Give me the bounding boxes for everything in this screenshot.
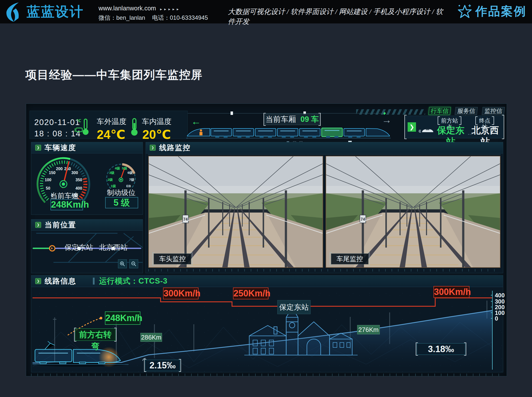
gradient-chip-215: 2.15‰ [145,360,180,371]
km-marker-286: 286Km [140,333,162,342]
phone: 电话：010-63334945 [152,14,208,21]
website: www.lanlanwork.com [99,5,156,12]
terminal-label: 终点站 [477,117,493,124]
monitor-panel: ❯ 线路监控 [146,142,503,273]
map-station-1: 保定东站 [60,243,97,252]
lanlan-logo-icon [4,1,24,22]
logo: 蓝蓝设计 [4,1,84,22]
gradient-chip-318: 3.18‰ [417,343,465,355]
position-panel-title: 当前位置 [45,220,76,230]
current-car-box: 当前车厢 09 车 [265,114,320,125]
dashboard-topbar: 2020-11-01 18 : 08 : 14 ℃ 车外温度 24℃ 车内温度 … [26,104,507,140]
wechat: 微信：ben_lanlan [99,14,145,21]
inside-temp-value: 20℃ [142,127,171,142]
speed-panel-header: ❯ 车辆速度 [31,142,143,153]
highlighted-car-09[interactable] [322,128,342,137]
dashboard-footer-ruler [31,374,503,376]
next-station-value: 保定东站 [433,125,468,136]
brake-tick: 2级 [108,178,113,181]
gauge-tick: 150 [49,170,55,175]
panel-chevron-icon: ❯ [150,145,156,151]
line-panel-title: 线路信息 [45,276,93,286]
datetime: 2020-11-01 18 : 08 : 14 [34,117,81,139]
page: 蓝蓝设计 www.lanlanwork.com►►►►► 微信：ben_lanl… [0,0,532,397]
panel-chevron-icon: ❯ [35,278,41,284]
dotted-divider [148,154,500,155]
tab-driving-info[interactable]: 行车信息 [428,107,451,115]
line-info-panel: ❯ 线路信息 运行模式：CTCS-3 [31,275,503,372]
monitor-ruler [148,269,500,271]
speed-panel: ❯ 车辆速度 0 50 100 [31,142,143,215]
gauge-tick: 200 [56,166,63,171]
brake-tick: EB [126,184,131,188]
speed-panel-title: 车辆速度 [45,143,76,153]
brake-value: 5 级 [105,197,138,208]
position-panel: ❯ 当前位置 保定东站 北京西站 [31,219,143,273]
tab-service-info[interactable]: 服务信息 [455,107,478,115]
services-list: 大数据可视化设计 / 软件界面设计 / 网站建设 / 手机及小程序设计 / 软件… [228,7,445,27]
divider [93,278,95,285]
turn-warning: 前方右转弯 [75,328,116,341]
outside-temp-label: 车外温度 [97,117,126,127]
train-illustration [33,341,129,367]
outside-temp-value: 24℃ [97,127,125,142]
brake-tick: 3级 [109,171,115,175]
camera-rear-view[interactable]: 车尾监控 [326,156,500,268]
arrow-decoration: ►►►►► [159,7,180,11]
terminal-value: 北京西站 [468,125,503,136]
map-zoom-out-button[interactable] [129,259,138,268]
svg-text:℃: ℃ [76,119,81,123]
gauge-tick: 400 [76,186,82,190]
monitor-panel-title: 线路监控 [159,143,191,153]
front-camera-scene [149,156,323,267]
brake-tick: 4级 [115,166,120,170]
next-station-label: 前方站点 [439,117,460,124]
page-title: 项目经验——中车集团列车监控屏 [25,67,203,83]
current-car-value: 09 车 [300,114,319,125]
date: 2020-11-01 [34,117,81,128]
monitor-panel-header: ❯ 线路监控 [146,142,503,153]
map-zoom-in-button[interactable] [118,259,127,268]
map-station-2: 北京西站 [95,243,132,252]
panel-chevron-icon: ❯ [35,145,41,151]
speed-limit-label-3: 300Km/h [433,286,469,298]
next-car-arrow[interactable]: → [382,116,392,124]
zoom-in-icon [120,261,125,267]
train-diagram[interactable] [186,125,391,140]
star-icon [457,3,472,19]
operation-mode: 运行模式：CTCS-3 [99,276,167,286]
brake-gauge: 1级 2级 3级 4级 5级 6级 7级 EB [102,160,140,192]
rear-camera-scene [326,156,500,267]
prev-car-arrow[interactable]: ← [191,118,201,125]
gauge-tick: 350 [76,178,82,182]
gauge-tick: 100 [45,178,51,182]
attendant-icon [200,129,202,136]
station-expand-button[interactable]: ❯ [408,122,416,132]
hsr-train-icon [418,128,434,134]
header-contact: www.lanlanwork.com►►►►► 微信：ben_lanlan电话：… [99,4,208,22]
speed-limit-label-1: 300Km/h [163,288,199,299]
brake-label: 制动级位 [103,188,140,198]
camera-front-label: 车头监控 [154,253,191,264]
outside-temp-icon: ℃ [74,118,92,137]
portfolio-label: 作品案例 [475,3,527,19]
current-speed-value: 248Km/h [50,199,83,210]
brake-tick: 7级 [129,178,134,181]
km-marker-276: 276Km [357,325,380,334]
panel-chevron-icon: ❯ [35,222,41,228]
camera-front-view[interactable]: 车头监控 [148,156,323,268]
line-panel-header: ❯ 线路信息 运行模式：CTCS-3 [31,275,503,287]
time: 18 : 08 : 14 [34,128,81,139]
portfolio-link[interactable]: 作品案例 [457,3,527,19]
inside-temp-label: 车内温度 [142,117,171,127]
brake-tick: 1级 [111,184,116,188]
current-car-label: 当前车厢 [266,114,296,125]
tab-monitor-info[interactable]: 监控信息 [482,107,505,115]
speed-limit-label-2: 250Km/h [233,288,268,299]
gauge-tick: 50 [46,186,50,190]
position-panel-header: ❯ 当前位置 [31,219,143,231]
gauge-tick: 300 [71,170,78,175]
station-panel: ❯ 前方站点 保定东站 ⋯ 终点站 北京西站 [405,116,503,138]
camera-rear-label: 车尾监控 [331,253,368,264]
brake-tick: 6级 [128,171,133,175]
